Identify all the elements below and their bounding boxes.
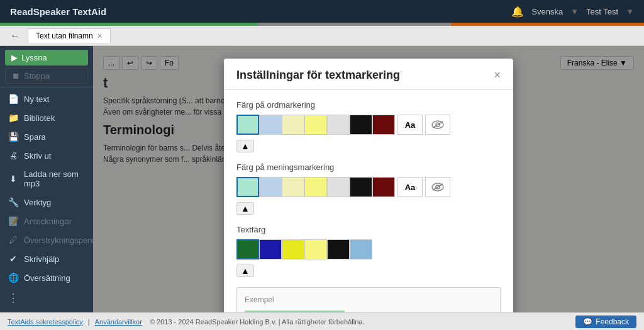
text-swatch-5[interactable] xyxy=(327,239,350,259)
ord-expand-btn[interactable]: ▲ xyxy=(236,140,254,152)
sidebar-item-spara[interactable]: 💾 Spara xyxy=(0,127,93,146)
text-section-label: Textfärg xyxy=(236,225,501,234)
lyssna-btn[interactable]: ▶ Lyssna xyxy=(5,50,88,65)
tab-text[interactable]: Text utan filnamn ✕ xyxy=(28,28,111,43)
ord-color-row: Aa xyxy=(236,115,501,135)
ord-text-btn[interactable]: Aa xyxy=(397,115,423,135)
settings-modal: Inställningar för textmarkering × Färg p… xyxy=(224,59,513,312)
bibliotek-label: Bibliotek xyxy=(24,113,55,123)
example-label: Exempel xyxy=(245,295,492,304)
sidebar-item-oversattning[interactable]: 🌐 Översättning xyxy=(0,268,93,287)
mening-color-row: Aa xyxy=(236,177,501,197)
text-color-row xyxy=(236,239,501,259)
progress-segment-orange xyxy=(451,23,644,26)
mening-eye-btn[interactable] xyxy=(425,177,450,197)
ord-swatch-4[interactable] xyxy=(304,115,327,135)
new-doc-icon: 📄 xyxy=(8,94,19,104)
skriv-ut-label: Skriv ut xyxy=(24,151,51,161)
feedback-btn[interactable]: 💬 Feedback xyxy=(575,316,636,328)
skrivhjalp-label: Skrivhjälp xyxy=(24,254,59,264)
progress-segment-green xyxy=(0,23,258,26)
tab-label: Text utan filnamn xyxy=(36,31,93,40)
tabbar: ← Text utan filnamn ✕ xyxy=(0,26,644,46)
sidebar-item-overstrykningspenna[interactable]: 🖊 Överstrykningspenna xyxy=(0,230,93,249)
play-icon: ▶ xyxy=(11,53,18,62)
mening-swatch-2[interactable] xyxy=(259,177,282,197)
ord-swatch-7[interactable] xyxy=(372,115,395,135)
lyssna-label: Lyssna xyxy=(21,53,47,62)
text-expand-btn[interactable]: ▲ xyxy=(236,265,254,277)
sidebar-item-anteckningar[interactable]: 📝 Anteckningar xyxy=(0,212,93,230)
overstrykningspenna-label: Överstrykningspenna xyxy=(24,236,93,245)
verktyg-label: Verktyg xyxy=(24,198,51,207)
user-btn[interactable]: Test Test xyxy=(586,7,618,16)
footer-links: TextAids sekretesspolicy | Användarvillk… xyxy=(8,318,364,326)
mening-swatch-6[interactable] xyxy=(350,177,372,197)
text-swatch-6[interactable] xyxy=(350,239,372,259)
spell-icon: ✔ xyxy=(8,254,19,264)
modal-header: Inställningar för textmarkering × xyxy=(224,59,513,90)
example-section: Exempel Den här texten är markerad, och … xyxy=(236,287,501,312)
modal-close-btn[interactable]: × xyxy=(494,69,501,82)
sidebar-item-skrivhjalp[interactable]: ✔ Skrivhjälp xyxy=(0,249,93,268)
text-swatch-2[interactable] xyxy=(259,239,282,259)
ord-swatch-1[interactable] xyxy=(236,115,259,135)
text-swatch-4[interactable] xyxy=(304,239,327,259)
example-highlighted-text: Den här texten är markerad xyxy=(245,310,345,312)
ord-swatch-3[interactable] xyxy=(282,115,304,135)
terms-link[interactable]: Användarvillkor xyxy=(95,318,142,326)
stoppa-btn[interactable]: ⏹ Stoppa xyxy=(5,68,88,84)
modal-title: Inställningar för textmarkering xyxy=(236,69,400,82)
mening-swatch-1[interactable] xyxy=(236,177,259,197)
main-layout: ▶ Lyssna ⏹ Stoppa 📄 Ny text 📁 Bibliotek … xyxy=(0,46,644,312)
sidebar-item-skriv-ut[interactable]: 🖨 Skriv ut xyxy=(0,146,93,165)
translate-icon: 🌐 xyxy=(8,273,19,283)
mening-swatch-5[interactable] xyxy=(327,177,350,197)
color-section-ord: Färg på ordmarkering Aa xyxy=(236,100,501,152)
stop-icon: ⏹ xyxy=(12,71,20,81)
mening-swatch-4[interactable] xyxy=(304,177,327,197)
mening-expand-btn[interactable]: ▲ xyxy=(236,202,254,215)
progress-bar-row xyxy=(0,23,644,26)
ord-section-label: Färg på ordmarkering xyxy=(236,100,501,110)
text-swatch-3[interactable] xyxy=(282,239,304,259)
ord-swatch-2[interactable] xyxy=(259,115,282,135)
anteckningar-label: Anteckningar xyxy=(24,217,72,226)
mening-text-btn[interactable]: Aa xyxy=(397,177,423,197)
language-btn[interactable]: Svenska xyxy=(531,7,563,16)
feedback-label: Feedback xyxy=(596,317,629,326)
ny-text-label: Ny text xyxy=(24,94,49,104)
app-title: ReadSpeaker TextAid xyxy=(10,6,106,17)
mening-swatch-7[interactable] xyxy=(372,177,395,197)
policy-link[interactable]: TextAids sekretesspolicy xyxy=(8,318,83,326)
sidebar-item-ny-text[interactable]: 📄 Ny text xyxy=(0,89,93,108)
ord-swatch-5[interactable] xyxy=(327,115,350,135)
mening-section-label: Färg på meningsmarkering xyxy=(236,162,501,172)
text-swatch-1[interactable] xyxy=(236,239,259,259)
ord-swatch-6[interactable] xyxy=(350,115,372,135)
sidebar-item-verktyg[interactable]: 🔧 Verktyg xyxy=(0,193,93,212)
notification-icon[interactable]: 🔔 xyxy=(511,6,524,18)
copyright-text: © 2013 - 2024 ReadSpeaker Holding B.v. |… xyxy=(150,318,365,326)
spara-label: Spara xyxy=(24,132,46,142)
topbar: ReadSpeaker TextAid 🔔 Svenska ▼ Test Tes… xyxy=(0,0,644,23)
modal-body: Färg på ordmarkering Aa xyxy=(224,90,513,312)
ord-eye-btn[interactable] xyxy=(425,115,450,135)
example-text: Den här texten är markerad, och den här … xyxy=(245,309,492,312)
color-section-mening: Färg på meningsmarkering Aa xyxy=(236,162,501,215)
topbar-right: 🔔 Svenska ▼ Test Test ▼ xyxy=(511,6,634,18)
footer: TextAids sekretesspolicy | Användarvillk… xyxy=(0,312,644,330)
back-btn[interactable]: ← xyxy=(5,30,25,42)
sidebar-item-ladda-ner[interactable]: ⬇ Ladda ner som mp3 xyxy=(0,165,93,193)
download-icon: ⬇ xyxy=(8,174,19,184)
sidebar: ▶ Lyssna ⏹ Stoppa 📄 Ny text 📁 Bibliotek … xyxy=(0,46,93,312)
oversattning-label: Översättning xyxy=(24,273,70,283)
sidebar-more-btn[interactable]: ⋮ xyxy=(0,287,93,309)
mening-swatch-3[interactable] xyxy=(282,177,304,197)
sidebar-item-bibliotek[interactable]: 📁 Bibliotek xyxy=(0,108,93,127)
notes-icon: 📝 xyxy=(8,216,19,226)
modal-overlay: Inställningar för textmarkering × Färg p… xyxy=(93,46,644,312)
tab-close-btn[interactable]: ✕ xyxy=(97,32,103,40)
highlighter-icon: 🖊 xyxy=(8,235,19,245)
print-icon: 🖨 xyxy=(8,151,19,161)
